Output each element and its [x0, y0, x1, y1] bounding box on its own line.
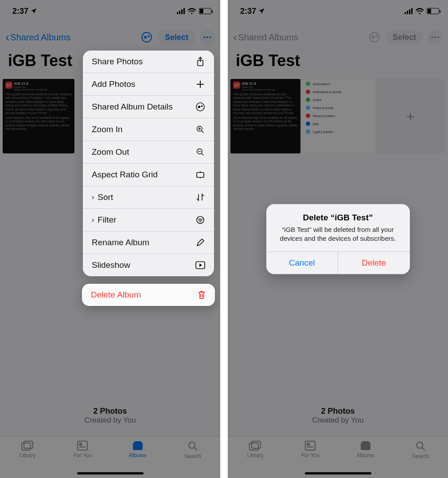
nav-bar: ‹ Shared Albums Select	[0, 26, 220, 49]
svg-rect-10	[79, 447, 86, 447]
delete-alert: Delete “iGB Test” “iGB Test” will be del…	[266, 204, 410, 274]
home-indicator	[77, 472, 144, 474]
svg-point-27	[431, 36, 433, 38]
chevron-left-icon: ‹	[5, 31, 9, 43]
menu-share-photos[interactable]: Share Photos	[83, 51, 214, 73]
list-item: Legal & policies	[306, 129, 370, 134]
color-dot-icon	[306, 114, 310, 118]
menu-delete-album[interactable]: Delete Album	[82, 284, 215, 306]
tab-search[interactable]: Search	[165, 436, 220, 478]
select-button[interactable]: Select	[158, 30, 195, 45]
menu-slideshow[interactable]: Slideshow	[83, 254, 214, 276]
plus-icon: ＋	[404, 107, 417, 125]
menu-zoom-in[interactable]: Zoom In	[83, 118, 214, 141]
svg-line-38	[422, 447, 425, 451]
filter-icon	[195, 215, 205, 225]
tab-for-you[interactable]: For You	[283, 436, 338, 478]
menu-shared-album-details[interactable]: Shared Album Details	[83, 96, 214, 118]
status-bar: 2:37 37	[228, 0, 448, 22]
menu-sort[interactable]: › Sort	[83, 186, 214, 209]
svg-point-4	[206, 36, 208, 38]
chevron-left-icon: ‹	[233, 31, 237, 43]
trash-icon	[197, 290, 206, 300]
tab-for-you[interactable]: For You	[55, 436, 110, 478]
svg-point-5	[210, 36, 211, 38]
tab-bar: Library For You Albums Search	[0, 436, 220, 478]
share-icon	[195, 57, 205, 67]
sort-icon	[195, 192, 205, 202]
list-item: Help	[306, 121, 370, 126]
people-icon	[195, 102, 205, 112]
svg-point-22	[197, 216, 204, 223]
aspect-ratio-icon	[195, 170, 205, 180]
svg-rect-12	[134, 441, 141, 443]
photo-thumbnail[interactable]: SubscriptionsNotifications & soundsOrder…	[303, 79, 373, 153]
play-rect-icon	[195, 260, 205, 270]
shared-album-icon[interactable]	[140, 31, 153, 44]
color-dot-icon	[306, 90, 310, 94]
battery-icon: 37	[427, 8, 439, 14]
album-title: iGB Test	[8, 51, 72, 70]
more-button[interactable]	[200, 30, 215, 45]
status-bar: 2:37 37	[0, 0, 220, 22]
alert-message: “iGB Test” will be deleted from all your…	[276, 225, 400, 243]
svg-point-37	[417, 442, 423, 448]
tab-search[interactable]: Search	[393, 436, 448, 478]
svg-point-18	[201, 105, 203, 107]
svg-rect-9	[79, 443, 82, 446]
menu-aspect-ratio-grid[interactable]: Aspect Ratio Grid	[83, 164, 214, 186]
svg-point-29	[437, 36, 439, 38]
svg-rect-30	[249, 443, 258, 450]
list-item: Notifications & sounds	[306, 90, 370, 94]
add-photo-tile[interactable]: ＋	[376, 79, 445, 153]
color-dot-icon	[306, 98, 310, 102]
ios-badge-icon: 17	[233, 82, 240, 89]
svg-rect-8	[78, 441, 87, 450]
menu-zoom-out[interactable]: Zoom Out	[83, 141, 214, 164]
cancel-button[interactable]: Cancel	[266, 252, 338, 274]
svg-rect-21	[197, 172, 204, 177]
more-button[interactable]	[428, 30, 443, 45]
svg-point-17	[198, 106, 201, 108]
nav-bar: ‹ Shared Albums Select	[228, 26, 448, 49]
tab-albums[interactable]: Albums	[338, 436, 393, 478]
svg-rect-32	[305, 441, 315, 450]
svg-rect-31	[252, 441, 261, 448]
chevron-right-icon: ›	[92, 216, 94, 224]
menu-add-photos[interactable]: Add Photos	[83, 73, 214, 96]
ios-badge-icon: 17	[5, 82, 12, 89]
back-button[interactable]: ‹ Shared Albums	[5, 31, 70, 43]
select-button[interactable]: Select	[386, 30, 423, 45]
chevron-right-icon: ›	[92, 193, 94, 201]
photo-thumbnail[interactable]: 17 iOS 17.3 Apple Inc. About 33 minutes …	[230, 79, 300, 153]
photo-thumbnail[interactable]: 17 iOS 17.3 Apple Inc. About 33 minutes …	[3, 79, 74, 153]
tab-albums[interactable]: Albums	[110, 436, 165, 478]
album-title: iGB Test	[236, 51, 300, 70]
back-button[interactable]: ‹ Shared Albums	[233, 31, 298, 43]
status-time: 2:37	[12, 7, 28, 16]
list-item: Report a problem	[306, 114, 370, 118]
wifi-icon	[187, 8, 196, 14]
color-dot-icon	[306, 129, 310, 134]
cell-signal-icon	[405, 8, 413, 14]
menu-rename-album[interactable]: Rename Album	[83, 231, 214, 254]
svg-rect-33	[307, 443, 310, 446]
tab-bar: Library For You Albums Search	[228, 436, 448, 478]
zoom-in-icon	[195, 125, 205, 134]
tab-library[interactable]: Library	[0, 436, 55, 478]
status-time: 2:37	[240, 7, 256, 16]
color-dot-icon	[306, 106, 310, 110]
phone-left: 2:37 37 ‹ Shared Albums Select iGB Test …	[0, 0, 220, 478]
tab-library[interactable]: Library	[228, 436, 283, 478]
menu-filter[interactable]: › Filter	[83, 209, 214, 231]
svg-rect-7	[24, 441, 33, 448]
color-dot-icon	[306, 82, 310, 86]
zoom-out-icon	[195, 147, 205, 157]
footer-summary: 2 Photos Created by You	[228, 407, 448, 425]
svg-rect-6	[22, 443, 31, 450]
back-label: Shared Albums	[10, 32, 70, 43]
delete-button[interactable]: Delete	[338, 252, 410, 274]
svg-point-1	[144, 36, 147, 39]
list-item: Photos & media	[306, 106, 370, 110]
shared-album-icon[interactable]	[368, 31, 381, 44]
